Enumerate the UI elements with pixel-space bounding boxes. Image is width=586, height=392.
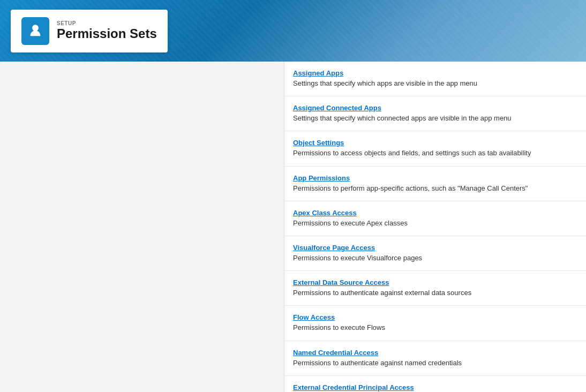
section-row-visualforce-page-access: Visualforce Page AccessPermissions to ex… — [284, 236, 586, 271]
left-panel: Settings that apply to Salesforce apps, … — [0, 62, 284, 392]
section-desc-external-data-source-access: Permissions to authenticate against exte… — [293, 288, 577, 298]
section-link-external-credential-principal-access[interactable]: External Credential Principal Access — [293, 383, 577, 391]
section-row-named-credential-access: Named Credential AccessPermissions to au… — [284, 341, 586, 376]
main-container: Settings that apply to Salesforce apps, … — [0, 62, 586, 392]
right-panel: Assigned AppsSettings that specify which… — [284, 62, 586, 392]
section-desc-app-permissions: Permissions to perform app-specific acti… — [293, 184, 577, 193]
section-desc-flow-access: Permissions to execute Flows — [293, 323, 577, 333]
section-row-object-settings: Object SettingsPermissions to access obj… — [284, 131, 586, 166]
section-link-app-permissions[interactable]: App Permissions — [293, 174, 577, 182]
section-row-apex-class-access: Apex Class AccessPermissions to execute … — [284, 201, 586, 236]
section-link-visualforce-page-access[interactable]: Visualforce Page Access — [293, 244, 577, 252]
header-band: SETUP Permission Sets — [0, 0, 586, 62]
header-card: SETUP Permission Sets — [11, 10, 168, 52]
section-link-apex-class-access[interactable]: Apex Class Access — [293, 209, 577, 217]
section-row-external-credential-principal-access: External Credential Principal AccessPerm… — [284, 376, 586, 392]
section-link-flow-access[interactable]: Flow Access — [293, 313, 577, 321]
section-row-assigned-apps: Assigned AppsSettings that specify which… — [284, 62, 586, 96]
section-row-app-permissions: App PermissionsPermissions to perform ap… — [284, 167, 586, 201]
section-desc-assigned-apps: Settings that specify which apps are vis… — [293, 79, 577, 88]
section-link-assigned-apps[interactable]: Assigned Apps — [293, 69, 577, 77]
section-link-object-settings[interactable]: Object Settings — [293, 139, 577, 147]
section-desc-visualforce-page-access: Permissions to execute Visualforce pages — [293, 253, 577, 263]
section-desc-named-credential-access: Permissions to authenticate against name… — [293, 358, 577, 368]
section-row-assigned-connected-apps: Assigned Connected AppsSettings that spe… — [284, 96, 586, 131]
section-desc-apex-class-access: Permissions to execute Apex classes — [293, 218, 577, 228]
header-text-group: SETUP Permission Sets — [57, 20, 157, 41]
section-link-external-data-source-access[interactable]: External Data Source Access — [293, 278, 577, 287]
section-desc-assigned-connected-apps: Settings that specify which connected ap… — [293, 114, 577, 123]
section-desc-object-settings: Permissions to access objects and fields… — [293, 148, 577, 158]
section-link-named-credential-access[interactable]: Named Credential Access — [293, 349, 577, 357]
section-row-external-data-source-access: External Data Source AccessPermissions t… — [284, 271, 586, 306]
permission-sets-icon — [21, 17, 49, 45]
section-link-assigned-connected-apps[interactable]: Assigned Connected Apps — [293, 104, 577, 112]
page-title: Permission Sets — [57, 26, 157, 41]
setup-label: SETUP — [57, 20, 157, 26]
section-row-flow-access: Flow AccessPermissions to execute Flows — [284, 306, 586, 341]
